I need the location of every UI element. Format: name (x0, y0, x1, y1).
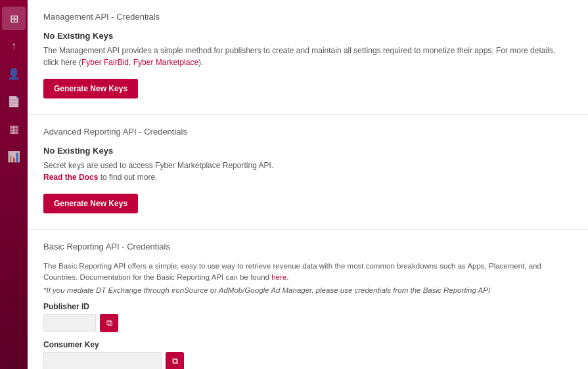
publisher-id-input[interactable] (43, 314, 96, 332)
advanced-api-description: Secret keys are used to access Fyber Mar… (43, 160, 572, 183)
analytics-icon: ↑ (11, 40, 16, 52)
users-icon: 👤 (7, 68, 20, 80)
publisher-id-row: ⧉ (43, 314, 572, 332)
sidebar-item-grid[interactable]: ▦ (2, 117, 26, 141)
consumer-key-row: ⧉ (43, 352, 572, 370)
sidebar-item-users[interactable]: 👤 (2, 62, 26, 85)
sidebar-item-reports[interactable]: 📄 (2, 89, 26, 113)
copy-icon-2: ⧉ (172, 356, 178, 366)
advanced-api-title: Advanced Reporting API - Credentials (43, 127, 572, 137)
management-api-description: The Management API provides a simple met… (43, 45, 572, 68)
publisher-id-group: Publisher ID ⧉ (43, 302, 572, 332)
sidebar-item-dashboard[interactable]: ⊞ (2, 7, 26, 30)
basic-api-here-link[interactable]: here (271, 273, 286, 281)
consumer-key-group: Consumer Key ⧉ (43, 340, 572, 370)
main-content: Management API - Credentials No Existing… (28, 0, 588, 369)
publisher-id-label: Publisher ID (43, 302, 572, 311)
advanced-api-generate-button[interactable]: Generate New Keys (43, 194, 138, 213)
dashboard-icon: ⊞ (10, 12, 18, 25)
advanced-api-no-keys-label: No Existing Keys (43, 146, 572, 156)
fyber-fairbid-link[interactable]: Fyber FairBid (81, 58, 129, 67)
management-api-generate-button[interactable]: Generate New Keys (43, 79, 138, 98)
management-api-section: Management API - Credentials No Existing… (28, 0, 588, 115)
grid-icon: ▦ (9, 123, 19, 135)
basic-api-section: Basic Reporting API - Credentials The Ba… (28, 230, 588, 369)
fyber-marketplace-link[interactable]: Fyber Marketplace (133, 58, 198, 67)
consumer-key-copy-button[interactable]: ⧉ (166, 352, 184, 370)
api-icon: 📊 (7, 150, 20, 163)
read-docs-link[interactable]: Read the Docs (43, 173, 98, 182)
management-api-title: Management API - Credentials (43, 12, 572, 22)
sidebar-item-analytics[interactable]: ↑ (2, 34, 26, 58)
management-api-no-keys-label: No Existing Keys (43, 31, 572, 41)
sidebar: ⊞ ↑ 👤 📄 ▦ 📊 (0, 0, 28, 369)
basic-api-note: *If you mediate DT Exchange through iron… (43, 286, 572, 294)
publisher-id-copy-button[interactable]: ⧉ (100, 314, 118, 332)
reports-icon: 📄 (7, 95, 20, 108)
basic-api-title: Basic Reporting API - Credentials (43, 242, 572, 251)
basic-api-description: The Basic Reporting API offers a simple,… (43, 261, 572, 284)
copy-icon: ⧉ (106, 318, 112, 328)
consumer-key-input[interactable] (43, 352, 162, 370)
advanced-api-section: Advanced Reporting API - Credentials No … (28, 115, 588, 230)
consumer-key-label: Consumer Key (43, 340, 572, 349)
sidebar-item-api[interactable]: 📊 (2, 144, 26, 168)
